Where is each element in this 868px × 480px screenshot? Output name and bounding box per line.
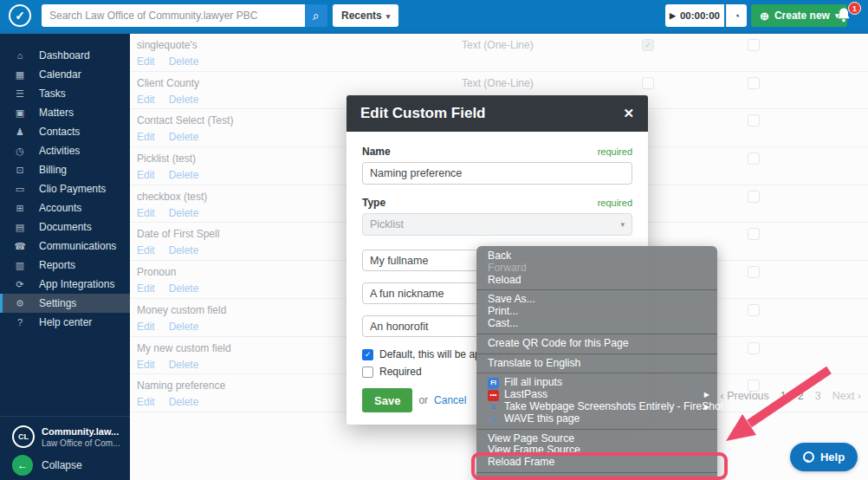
menu-item-wave-this-page[interactable]: wWAVE this page <box>476 413 717 425</box>
sidebar-item-documents[interactable]: ▤Documents <box>0 217 130 237</box>
help-button[interactable]: Help <box>790 443 858 471</box>
avatar[interactable]: CL <box>12 425 35 448</box>
sidebar-item-dashboard[interactable]: ⌂Dashboard <box>0 46 130 65</box>
play-icon: ▶ <box>670 11 676 20</box>
menu-item-take-webpage-screenshots-entirely-fireshot[interactable]: STake Webpage Screenshots Entirely - Fir… <box>476 401 717 413</box>
delete-link[interactable]: Delete <box>169 244 199 256</box>
cancel-link[interactable]: Cancel <box>434 394 466 406</box>
edit-link[interactable]: Edit <box>137 396 155 408</box>
sidebar-item-label: Calendar <box>39 68 81 81</box>
row-checkbox-right[interactable] <box>748 77 760 89</box>
delete-link[interactable]: Delete <box>169 207 199 219</box>
clio-logo-icon[interactable]: ✓ <box>9 4 31 27</box>
sidebar-item-reports[interactable]: ▥Reports <box>0 256 130 275</box>
delete-link[interactable]: Delete <box>169 359 199 371</box>
menu-item-label: View Frame Source <box>488 444 580 457</box>
delete-link[interactable]: Delete <box>169 94 199 106</box>
edit-link[interactable]: Edit <box>137 169 155 181</box>
row-checkbox-left[interactable]: ✓ <box>642 39 654 51</box>
menu-item-view-page-source[interactable]: View Page Source <box>476 433 717 445</box>
edit-link[interactable]: Edit <box>137 131 155 143</box>
edit-link[interactable]: Edit <box>137 55 155 68</box>
collapse-button[interactable]: ← <box>12 455 33 476</box>
row-checkbox-right[interactable] <box>748 152 760 165</box>
row-checkbox-right[interactable] <box>748 266 760 278</box>
required-checkbox[interactable] <box>362 366 373 378</box>
field-name: checkbox (test) <box>137 191 207 203</box>
menu-item-translate-to-english[interactable]: Translate to English <box>476 358 717 370</box>
default-checkbox[interactable]: ✓ <box>362 349 373 360</box>
clock-button[interactable]: ◔ <box>726 4 747 27</box>
sidebar-item-tasks[interactable]: ☰Tasks <box>0 84 130 103</box>
account-section: CL Community.law... Law Office of Com...… <box>0 416 130 480</box>
edit-link[interactable]: Edit <box>137 321 155 333</box>
row-checkbox-right[interactable] <box>748 191 760 203</box>
type-select[interactable]: Picklist ▾ <box>362 213 632 236</box>
page--previous[interactable]: ‹ Previous <box>721 390 769 402</box>
sidebar-item-matters[interactable]: ▣Matters <box>0 103 130 122</box>
menu-item-create-qr-code-for-this-page[interactable]: Create QR Code for this Page <box>476 338 717 350</box>
row-checkbox-left[interactable] <box>642 77 654 89</box>
menu-item-label: Translate to English <box>488 358 580 370</box>
name-field[interactable] <box>362 162 632 185</box>
delete-link[interactable]: Delete <box>169 321 199 333</box>
delete-link[interactable]: Delete <box>169 282 199 295</box>
sidebar-item-communications[interactable]: ☎Communications <box>0 237 130 256</box>
sidebar-item-accounts[interactable]: ⊞Accounts <box>0 198 130 217</box>
row-actions: EditDelete <box>137 396 198 408</box>
row-actions: EditDelete <box>137 321 198 333</box>
save-button[interactable]: Save <box>362 388 412 412</box>
sidebar-item-clio-payments[interactable]: ▭Clio Payments <box>0 179 130 198</box>
close-icon[interactable]: ✕ <box>623 106 634 121</box>
menu-item-view-frame-source[interactable]: View Frame Source <box>476 444 717 457</box>
menu-item-reload-frame[interactable]: Reload Frame <box>476 457 717 469</box>
sidebar-item-settings[interactable]: ⚙Settings <box>0 294 130 313</box>
wave-icon: w <box>488 413 499 425</box>
search-input[interactable] <box>42 4 305 27</box>
field-type: Text (One-Line) <box>462 39 534 51</box>
menu-item-label: Save As... <box>488 294 535 306</box>
row-checkbox-right[interactable] <box>748 39 760 51</box>
timer-button[interactable]: ▶ 00:00:00 <box>665 4 724 27</box>
row-checkbox-right[interactable] <box>748 228 760 240</box>
menu-item-save-as-[interactable]: Save As... <box>476 294 717 306</box>
page-1[interactable]: 1 <box>781 390 787 402</box>
menu-item-cast-[interactable]: Cast... <box>476 318 717 330</box>
row-checkbox-right[interactable] <box>748 114 760 126</box>
home-icon: ⌂ <box>12 50 28 61</box>
row-checkbox-right[interactable] <box>748 304 760 316</box>
menu-item-label: View Page Source <box>488 433 574 445</box>
type-select-value: Picklist <box>370 218 404 230</box>
delete-link[interactable]: Delete <box>169 131 199 143</box>
recents-dropdown[interactable]: Recents▾ <box>333 4 398 27</box>
menu-item-inspect[interactable]: Inspect <box>476 477 717 480</box>
delete-link[interactable]: Delete <box>169 396 199 408</box>
notifications-button[interactable]: 1 <box>833 5 856 28</box>
sidebar-item-contacts[interactable]: ♟Contacts <box>0 122 130 141</box>
menu-item-back[interactable]: Back <box>476 250 717 263</box>
menu-item-lastpass[interactable]: •••LastPass▶ <box>476 389 717 401</box>
edit-link[interactable]: Edit <box>137 94 155 106</box>
header-divider <box>0 31 868 34</box>
field-name: Pronoun <box>137 266 176 278</box>
row-checkbox-right[interactable] <box>748 342 760 354</box>
menu-item-print-[interactable]: Print... <box>476 306 717 318</box>
edit-link[interactable]: Edit <box>137 359 155 371</box>
edit-link[interactable]: Edit <box>137 282 155 295</box>
sidebar-item-activities[interactable]: ◷Activities <box>0 141 130 160</box>
sidebar-item-label: Help center <box>39 316 92 328</box>
page-2[interactable]: 2 <box>798 390 804 402</box>
search-button[interactable]: ⌕ <box>305 4 327 27</box>
sidebar-item-app-integrations[interactable]: ⟳App Integrations <box>0 275 130 294</box>
collapse-label[interactable]: Collapse <box>42 459 82 471</box>
sidebar-item-help-center[interactable]: ?Help center <box>0 313 130 332</box>
sidebar-item-calendar[interactable]: ▦Calendar <box>0 65 130 84</box>
delete-link[interactable]: Delete <box>169 169 199 181</box>
menu-item-reload[interactable]: Reload <box>476 275 717 287</box>
arrow-left-icon: ← <box>17 459 28 471</box>
delete-link[interactable]: Delete <box>169 55 199 68</box>
sidebar-item-billing[interactable]: ⊡Billing <box>0 160 130 179</box>
edit-link[interactable]: Edit <box>137 207 155 219</box>
edit-link[interactable]: Edit <box>137 244 155 256</box>
menu-item-fill-all-inputs[interactable]: FIFill all inputs <box>476 377 717 389</box>
